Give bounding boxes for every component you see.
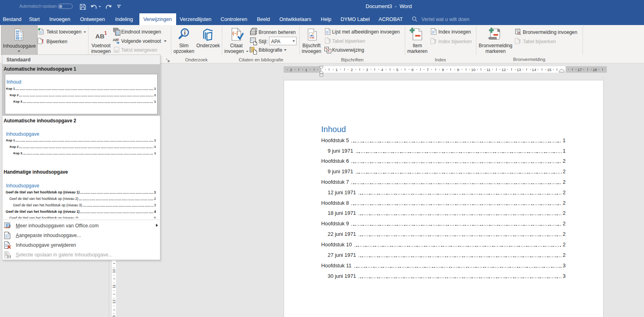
svg-text:!: ! [435,38,437,44]
svg-text:!: ! [42,38,44,44]
svg-text:1: 1 [118,38,119,41]
svg-text:!: ! [519,38,521,44]
svg-text:!: ! [329,38,331,44]
svg-text:(–): (–) [233,31,238,36]
svg-text:[i]: [i] [116,31,119,35]
